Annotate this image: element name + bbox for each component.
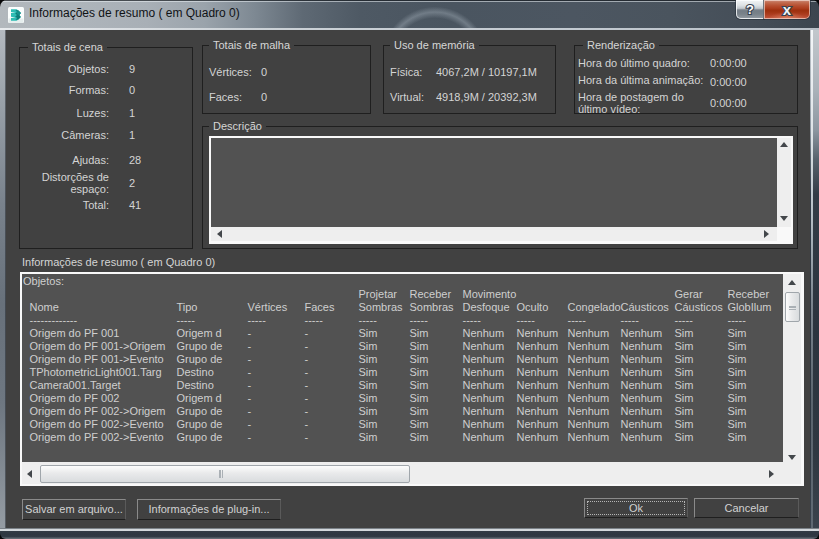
svg-text:?: ? xyxy=(746,2,754,17)
svg-text:x: x xyxy=(783,1,792,18)
